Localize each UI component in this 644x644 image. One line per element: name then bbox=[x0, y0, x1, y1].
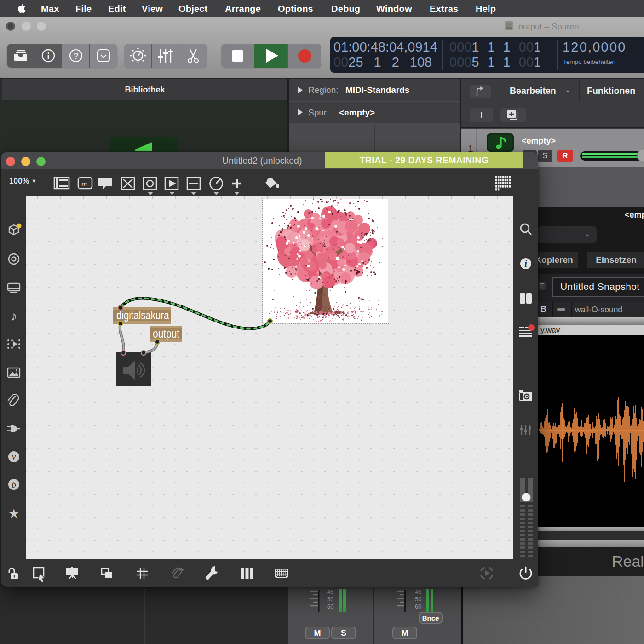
svg-text:♪: ♪ bbox=[11, 308, 17, 323]
svg-text:★: ★ bbox=[8, 506, 19, 521]
svg-text:?: ? bbox=[73, 52, 78, 61]
svg-text:b: b bbox=[12, 480, 16, 489]
svg-text:m: m bbox=[81, 179, 87, 188]
svg-text:i: i bbox=[524, 259, 527, 269]
svg-text:v: v bbox=[12, 452, 16, 461]
svg-text:i: i bbox=[47, 51, 50, 61]
